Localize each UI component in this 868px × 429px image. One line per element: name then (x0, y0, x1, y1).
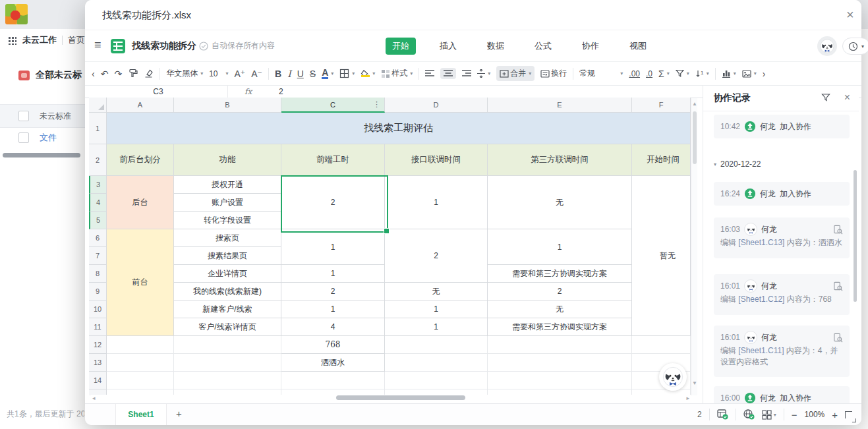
cell-b2[interactable]: 功能 (174, 144, 281, 176)
brand-name[interactable]: 未云工作 (22, 34, 57, 46)
fx-icon[interactable]: fx (245, 86, 252, 98)
row-header-1[interactable]: 1 (89, 113, 107, 144)
grid-vscrollbar-thumb[interactable] (693, 111, 697, 164)
col-header-c[interactable]: C⋮ (281, 98, 385, 113)
strikethrough-button[interactable]: S (310, 69, 316, 79)
row-header-8[interactable]: 8 (89, 265, 107, 283)
align-left-button[interactable] (425, 70, 434, 77)
grid-hscrollbar[interactable]: ◂ ▸ (91, 395, 691, 401)
cell-b8[interactable]: 企业详情页 (174, 265, 281, 283)
formula-input[interactable]: 2 (279, 86, 283, 98)
select-all-checkbox[interactable] (18, 111, 29, 121)
row-header-3[interactable]: 3 (89, 176, 107, 194)
redo-icon[interactable]: ↷ (114, 69, 122, 79)
fill-color-button[interactable]: ▾ (361, 70, 375, 77)
column-menu-icon[interactable]: ⋮ (373, 100, 380, 109)
font-name-select[interactable]: 华文黑体▾ (166, 68, 203, 79)
sheet-tab-sheet1[interactable]: Sheet1 (115, 404, 167, 425)
panel-close-icon[interactable]: × (844, 92, 850, 103)
cell-d2[interactable]: 接口联调时间 (385, 144, 488, 176)
sheet-protect-icon[interactable] (717, 409, 728, 420)
collab-item-join[interactable]: 16:24 何龙 加入协作 (714, 182, 850, 206)
cell-e8[interactable]: 需要和第三方协调实现方案 (488, 265, 632, 283)
cell-e3-e5[interactable]: 无 (488, 176, 632, 229)
cell-b12[interactable] (174, 336, 281, 354)
collapse-toolbar-icon[interactable]: ‹ (92, 69, 95, 79)
sheet-grid[interactable]: A B C⋮ D E F 1 2 3 4 5 6 7 8 9 10 11 12 … (89, 98, 691, 395)
cell-d3-d5[interactable]: 1 (385, 176, 488, 229)
cell-a13[interactable] (107, 354, 174, 372)
collaborator-mascot-avatar[interactable] (659, 363, 687, 391)
cell-d14[interactable] (385, 372, 488, 389)
cell-d6-d8[interactable]: 2 (385, 229, 488, 283)
menu-icon[interactable]: ≡ (94, 38, 101, 52)
cell-b9[interactable]: 我的线索(线索新建) (174, 283, 281, 300)
zoom-out-button[interactable]: − (792, 409, 797, 420)
more-tools-icon[interactable]: › (763, 69, 766, 79)
scroll-right-icon[interactable]: ▸ (686, 395, 689, 401)
cell-b5[interactable]: 转化字段设置 (174, 212, 281, 229)
align-center-button[interactable] (440, 68, 456, 79)
cell-b14[interactable] (174, 372, 281, 389)
decrease-decimal-icon[interactable]: .0 (646, 69, 652, 78)
view-mode-button[interactable]: ▾ (762, 410, 776, 420)
collab-item-join[interactable]: 10:42 何龙 加入协作 (714, 115, 850, 138)
decrease-font-icon[interactable]: A⁻ (251, 69, 262, 79)
undo-icon[interactable]: ↶ (101, 69, 109, 79)
row-header-11[interactable]: 11 (89, 318, 107, 336)
col-header-b[interactable]: B (174, 98, 281, 113)
cell-c8[interactable]: 1 (281, 265, 385, 283)
preview-icon[interactable] (833, 281, 843, 291)
font-color-button[interactable]: A▾ (322, 69, 333, 79)
cell-c13[interactable]: 洒洒水 (281, 354, 385, 372)
sum-button[interactable]: Σ▾ (658, 69, 670, 79)
zoom-level[interactable]: 100% (805, 410, 825, 419)
cell-e12[interactable] (488, 336, 632, 354)
cell-c14[interactable] (281, 372, 385, 389)
insert-chart-button[interactable]: ▾ (722, 69, 736, 78)
bold-button[interactable]: B (275, 69, 281, 79)
cell-a2[interactable]: 前后台划分 (107, 144, 174, 176)
cell-e11[interactable]: 需要和第三方协调实现方案 (488, 318, 632, 336)
col-header-d[interactable]: D (385, 98, 488, 113)
cell-c3-c5-selected[interactable]: 2 (281, 176, 385, 229)
cell-c2[interactable]: 前端工时 (281, 144, 385, 176)
cell-f3-f11[interactable]: 暂无 (632, 176, 691, 336)
doc-name[interactable]: 找线索功能拆分 (132, 40, 196, 52)
cell-c11[interactable]: 4 (281, 318, 385, 336)
preview-icon[interactable] (833, 225, 843, 235)
row-header-14[interactable]: 14 (89, 372, 107, 389)
collab-date-group[interactable]: ▾ 2020-12-22 (714, 159, 761, 169)
vertical-align-button[interactable]: ▾ (477, 69, 490, 78)
col-header-f[interactable]: F (632, 98, 691, 113)
cell-e9[interactable]: 2 (488, 283, 632, 300)
cell-f12[interactable] (632, 336, 691, 354)
cell-c6-c7[interactable]: 1 (281, 229, 385, 265)
row-header-6[interactable]: 6 (89, 229, 107, 247)
fullscreen-icon[interactable] (845, 411, 852, 418)
collab-item-edit[interactable]: 16:01 何龙 编辑 [Sheet1.C12] 内容为：768 (714, 274, 850, 315)
sort-button[interactable]: 1 ▾ (695, 69, 709, 78)
cell-b10[interactable]: 新建客户/线索 (174, 300, 281, 318)
cell-e14[interactable] (488, 372, 632, 389)
col-header-e[interactable]: E (488, 98, 632, 113)
format-painter-icon[interactable] (128, 69, 138, 78)
increase-decimal-icon[interactable]: .00 (629, 69, 640, 78)
scroll-left-icon[interactable]: ◂ (92, 395, 96, 401)
select-all-corner[interactable] (89, 98, 107, 113)
row-header-9[interactable]: 9 (89, 283, 107, 300)
cell-a6-a11-frontend[interactable]: 前台 (107, 229, 174, 336)
zoom-in-button[interactable]: + (832, 409, 838, 420)
cell-d13[interactable] (385, 354, 488, 372)
clear-format-icon[interactable] (144, 69, 154, 78)
file-link[interactable]: 文件 (40, 132, 57, 144)
cell-b6[interactable]: 搜索页 (174, 229, 281, 247)
cell-d10[interactable]: 1 (385, 300, 488, 318)
tab-collab[interactable]: 协作 (575, 38, 606, 55)
panel-scrollbar-thumb[interactable] (854, 170, 857, 302)
insert-image-button[interactable]: ▾ (742, 70, 757, 78)
add-sheet-button[interactable]: + (176, 408, 182, 419)
col-header-a[interactable]: A (107, 98, 174, 113)
cell-f2[interactable]: 开始时间 (632, 144, 691, 176)
collab-item-edit[interactable]: 16:03 何龙 编辑 [Sheet1.C13] 内容为：洒洒水 (714, 217, 850, 258)
